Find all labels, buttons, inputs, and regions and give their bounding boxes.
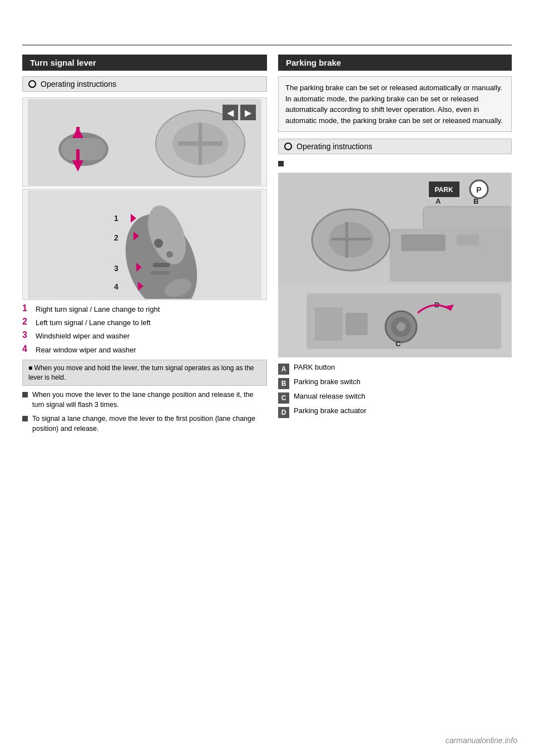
lever-item-4: 4 Rear window wiper and washer xyxy=(22,345,267,355)
svg-point-18 xyxy=(154,239,163,248)
lever-image-top: ◀ ▶ xyxy=(22,97,267,186)
svg-point-19 xyxy=(166,251,173,258)
svg-rect-45 xyxy=(401,234,446,251)
bullet-item-2: To signal a lane change, move the lever … xyxy=(22,414,267,434)
svg-text:PARK: PARK xyxy=(434,186,453,194)
circle-o-icon-2 xyxy=(284,143,292,150)
lever-item-1: 1 Right turn signal / Lane change to rig… xyxy=(22,305,267,315)
svg-text:▶: ▶ xyxy=(245,108,252,117)
bullet-section: When you move the lever to the lane chan… xyxy=(22,390,267,434)
svg-rect-21 xyxy=(150,271,170,274)
svg-rect-4 xyxy=(76,127,80,138)
badge-d: D xyxy=(278,407,289,418)
svg-rect-46 xyxy=(457,234,479,246)
badge-row-a: A PARK button xyxy=(278,363,512,375)
numbered-list: 1 Right turn signal / Lane change to rig… xyxy=(22,305,267,355)
badge-c: C xyxy=(278,392,289,404)
right-column: Parking brake The parking brake can be s… xyxy=(278,55,512,438)
parking-image-top: PARK P A B xyxy=(279,173,511,284)
svg-text:3: 3 xyxy=(114,264,118,273)
badge-row-c: C Manual release switch xyxy=(278,392,512,404)
badge-row-b: B Parking brake switch xyxy=(278,377,512,389)
parking-brake-sub-header: Operating instructions xyxy=(278,139,512,154)
parking-brake-header: Parking brake xyxy=(278,55,512,71)
badge-a: A xyxy=(278,364,289,375)
parking-top-svg: PARK P A B xyxy=(279,173,511,284)
badge-b: B xyxy=(278,378,289,389)
lever-item-2: 2 Left turn signal / Lane change to left xyxy=(22,318,267,328)
bullet-square-2 xyxy=(22,416,28,421)
svg-rect-10 xyxy=(199,122,202,165)
lever-image-bottom: 1 2 3 4 xyxy=(22,189,267,300)
top-rule xyxy=(22,45,512,46)
main-columns: Turn signal lever Operating instructions xyxy=(22,55,512,438)
left-column: Turn signal lever Operating instructions xyxy=(22,55,267,438)
svg-text:2: 2 xyxy=(114,233,118,242)
svg-text:P: P xyxy=(476,185,481,194)
lever-diagram-svg: 1 2 3 4 xyxy=(28,190,261,299)
svg-rect-56 xyxy=(345,313,368,335)
svg-rect-6 xyxy=(76,149,80,160)
note-section: ■ When you move and hold the lever, the … xyxy=(22,360,267,386)
svg-text:◀: ◀ xyxy=(227,108,234,117)
lever-illustration-top: ◀ ▶ xyxy=(28,99,261,185)
page-container: Turn signal lever Operating instructions xyxy=(0,0,534,756)
bullet-square-1 xyxy=(22,392,28,397)
watermark: carmanualonline.info xyxy=(446,736,517,745)
parking-note-marker xyxy=(278,160,512,168)
parking-image-bottom: C D xyxy=(279,284,511,357)
turn-signal-sub-header: Operating instructions xyxy=(22,76,267,92)
svg-rect-2 xyxy=(61,138,106,160)
svg-text:C: C xyxy=(395,340,401,348)
circle-o-icon xyxy=(28,80,36,88)
bullet-item-1: When you move the lever to the lane chan… xyxy=(22,390,267,410)
badge-row-d: D Parking brake actuator xyxy=(278,406,512,418)
svg-rect-20 xyxy=(153,263,170,267)
turn-signal-header: Turn signal lever xyxy=(22,55,267,71)
svg-rect-36 xyxy=(332,238,370,240)
svg-rect-55 xyxy=(315,307,343,341)
svg-text:4: 4 xyxy=(114,282,118,291)
lever-item-3: 3 Windshield wiper and washer xyxy=(22,331,267,341)
svg-text:B: B xyxy=(473,197,478,205)
parking-brake-image-box: PARK P A B xyxy=(278,173,512,357)
svg-text:1: 1 xyxy=(114,214,118,223)
svg-point-51 xyxy=(397,322,406,331)
labeled-badges: A PARK button B Parking brake switch C M… xyxy=(278,363,512,418)
parking-brake-description: The parking brake can be set or released… xyxy=(278,76,512,132)
parking-bottom-svg: C D xyxy=(279,285,511,357)
svg-text:A: A xyxy=(436,197,441,205)
